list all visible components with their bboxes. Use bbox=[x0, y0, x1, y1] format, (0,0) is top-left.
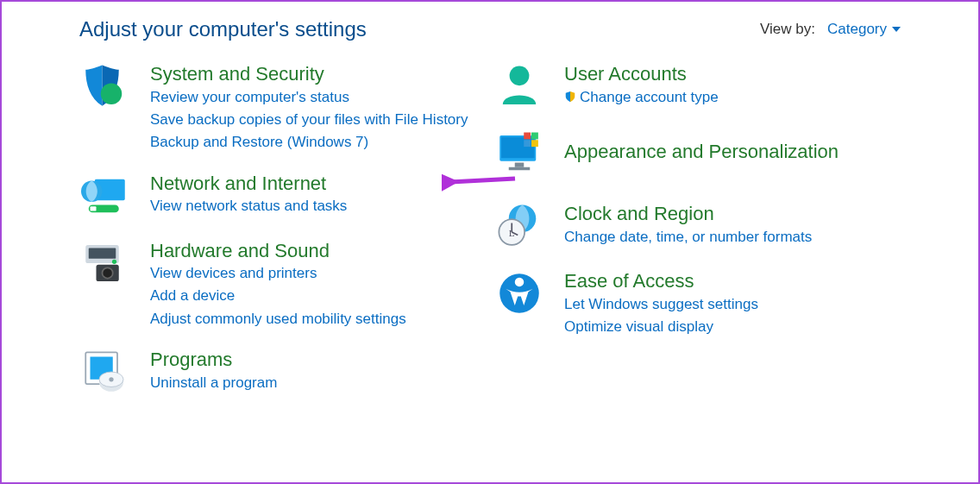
left-column: System and Security Review your computer… bbox=[79, 60, 485, 413]
svg-point-0 bbox=[101, 84, 122, 105]
svg-point-10 bbox=[103, 267, 113, 278]
user-icon bbox=[493, 60, 545, 112]
category-link[interactable]: Optimize visual display bbox=[564, 316, 758, 338]
svg-point-8 bbox=[112, 259, 116, 263]
category-programs: Programs Uninstall a program bbox=[79, 346, 485, 398]
svg-point-16 bbox=[510, 66, 530, 85]
category-link[interactable]: Add a device bbox=[150, 285, 406, 307]
view-by-select[interactable]: Category bbox=[827, 21, 901, 38]
svg-rect-20 bbox=[509, 167, 531, 171]
category-clock-region: L Clock and Region Change date, time, or… bbox=[493, 200, 899, 252]
category-link[interactable]: Change date, time, or number formats bbox=[564, 226, 812, 248]
clock-icon: L bbox=[493, 200, 545, 252]
category-link[interactable]: Review your computer's status bbox=[150, 86, 468, 109]
category-title[interactable]: Ease of Access bbox=[564, 269, 758, 293]
shield-icon bbox=[79, 60, 131, 112]
view-by-label: View by: bbox=[760, 21, 815, 38]
category-title[interactable]: Clock and Region bbox=[564, 202, 812, 226]
category-columns: System and Security Review your computer… bbox=[2, 50, 978, 413]
view-by: View by: Category bbox=[760, 21, 901, 38]
category-title[interactable]: Appearance and Personalization bbox=[564, 140, 839, 164]
category-network-internet: Network and Internet View network status… bbox=[79, 170, 485, 222]
category-link[interactable]: Backup and Restore (Windows 7) bbox=[150, 131, 468, 154]
svg-rect-23 bbox=[524, 140, 531, 147]
category-link[interactable]: Change account type bbox=[564, 86, 719, 109]
svg-rect-19 bbox=[515, 163, 525, 167]
svg-rect-24 bbox=[531, 140, 538, 147]
category-title[interactable]: Network and Internet bbox=[150, 172, 347, 196]
svg-point-31 bbox=[515, 278, 525, 287]
network-icon bbox=[79, 170, 131, 222]
svg-rect-21 bbox=[524, 133, 531, 140]
right-column: User Accounts Change account type bbox=[493, 60, 899, 413]
category-title[interactable]: Hardware and Sound bbox=[150, 239, 406, 263]
accessibility-icon bbox=[493, 267, 545, 319]
category-link[interactable]: Save backup copies of your files with Fi… bbox=[150, 109, 468, 131]
category-system-security: System and Security Review your computer… bbox=[79, 60, 485, 154]
category-title[interactable]: User Accounts bbox=[564, 62, 719, 86]
category-ease-of-access: Ease of Access Let Windows suggest setti… bbox=[493, 267, 899, 338]
svg-rect-4 bbox=[91, 206, 97, 211]
category-link[interactable]: Adjust commonly used mobility settings bbox=[150, 308, 406, 330]
page-title: Adjust your computer's settings bbox=[79, 17, 367, 41]
category-link[interactable]: Let Windows suggest settings bbox=[564, 293, 758, 316]
monitor-icon bbox=[493, 128, 545, 179]
hardware-icon bbox=[79, 237, 131, 289]
category-appearance: Appearance and Personalization bbox=[493, 128, 899, 179]
header: Adjust your computer's settings View by:… bbox=[2, 2, 978, 50]
programs-icon bbox=[79, 346, 131, 398]
category-link[interactable]: View network status and tasks bbox=[150, 195, 347, 217]
category-link[interactable]: View devices and printers bbox=[150, 262, 406, 285]
svg-point-15 bbox=[109, 377, 113, 381]
category-link[interactable]: Uninstall a program bbox=[150, 372, 277, 394]
category-user-accounts: User Accounts Change account type bbox=[493, 60, 899, 112]
svg-rect-7 bbox=[89, 248, 116, 258]
view-by-value: Category bbox=[827, 21, 887, 38]
chevron-down-icon bbox=[892, 27, 901, 32]
svg-rect-22 bbox=[531, 133, 538, 140]
category-title[interactable]: System and Security bbox=[150, 62, 468, 86]
uac-shield-icon bbox=[564, 91, 576, 103]
category-hardware-sound: Hardware and Sound View devices and prin… bbox=[79, 237, 485, 331]
category-title[interactable]: Programs bbox=[150, 348, 277, 372]
